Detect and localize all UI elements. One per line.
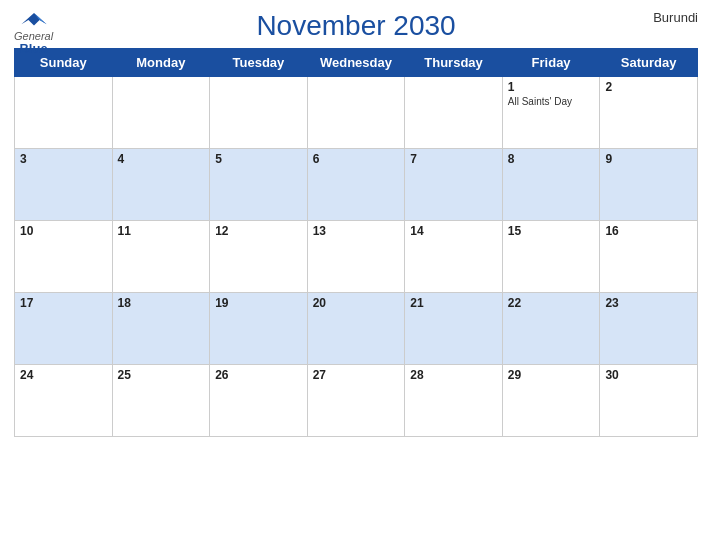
country-label: Burundi: [653, 10, 698, 25]
calendar-cell: 8: [502, 149, 600, 221]
calendar-cell: 16: [600, 221, 698, 293]
calendar-cell: 2: [600, 77, 698, 149]
date-number: 26: [215, 368, 302, 382]
date-number: 10: [20, 224, 107, 238]
calendar-cell: 1All Saints' Day: [502, 77, 600, 149]
logo-bird-icon: [20, 10, 48, 30]
calendar-cell: 27: [307, 365, 405, 437]
day-header-monday: Monday: [112, 49, 210, 77]
calendar-cell: 17: [15, 293, 113, 365]
calendar-cell: 14: [405, 221, 503, 293]
date-number: 29: [508, 368, 595, 382]
week-row-5: 24252627282930: [15, 365, 698, 437]
date-number: 15: [508, 224, 595, 238]
calendar-cell: 26: [210, 365, 308, 437]
date-number: 27: [313, 368, 400, 382]
day-header-tuesday: Tuesday: [210, 49, 308, 77]
date-number: 16: [605, 224, 692, 238]
date-number: 30: [605, 368, 692, 382]
date-number: 19: [215, 296, 302, 310]
calendar-cell: 29: [502, 365, 600, 437]
date-number: 5: [215, 152, 302, 166]
calendar-cell: 15: [502, 221, 600, 293]
calendar-cell: 9: [600, 149, 698, 221]
date-number: 6: [313, 152, 400, 166]
week-row-4: 17181920212223: [15, 293, 698, 365]
holiday-label: All Saints' Day: [508, 96, 595, 107]
calendar-cell: 11: [112, 221, 210, 293]
week-row-2: 3456789: [15, 149, 698, 221]
calendar-cell: 7: [405, 149, 503, 221]
calendar-cell: 6: [307, 149, 405, 221]
calendar-cell: [210, 77, 308, 149]
calendar-cell: 20: [307, 293, 405, 365]
date-number: 3: [20, 152, 107, 166]
day-header-saturday: Saturday: [600, 49, 698, 77]
svg-marker-0: [21, 13, 46, 26]
week-row-1: 1All Saints' Day2: [15, 77, 698, 149]
date-number: 8: [508, 152, 595, 166]
calendar-cell: 19: [210, 293, 308, 365]
calendar-cell: 25: [112, 365, 210, 437]
date-number: 24: [20, 368, 107, 382]
date-number: 9: [605, 152, 692, 166]
date-number: 13: [313, 224, 400, 238]
calendar-cell: 28: [405, 365, 503, 437]
date-number: 12: [215, 224, 302, 238]
date-number: 18: [118, 296, 205, 310]
day-headers-row: Sunday Monday Tuesday Wednesday Thursday…: [15, 49, 698, 77]
calendar-cell: 23: [600, 293, 698, 365]
date-number: 7: [410, 152, 497, 166]
calendar-cell: 3: [15, 149, 113, 221]
week-row-3: 10111213141516: [15, 221, 698, 293]
calendar-cell: 5: [210, 149, 308, 221]
date-number: 2: [605, 80, 692, 94]
calendar-cell: 4: [112, 149, 210, 221]
date-number: 25: [118, 368, 205, 382]
date-number: 23: [605, 296, 692, 310]
calendar-cell: [112, 77, 210, 149]
calendar-cell: [307, 77, 405, 149]
calendar-header: General Blue November 2030 Burundi: [14, 10, 698, 42]
calendar-table: Sunday Monday Tuesday Wednesday Thursday…: [14, 48, 698, 437]
calendar-cell: [405, 77, 503, 149]
calendar-cell: 30: [600, 365, 698, 437]
calendar-cell: 10: [15, 221, 113, 293]
date-number: 28: [410, 368, 497, 382]
date-number: 22: [508, 296, 595, 310]
date-number: 17: [20, 296, 107, 310]
month-title: November 2030: [256, 10, 455, 42]
calendar-cell: [15, 77, 113, 149]
logo-area: General Blue: [14, 10, 53, 56]
date-number: 4: [118, 152, 205, 166]
logo-blue-text: Blue: [19, 42, 47, 56]
day-header-wednesday: Wednesday: [307, 49, 405, 77]
date-number: 14: [410, 224, 497, 238]
date-number: 1: [508, 80, 595, 94]
calendar-cell: 13: [307, 221, 405, 293]
date-number: 20: [313, 296, 400, 310]
calendar-cell: 24: [15, 365, 113, 437]
day-header-thursday: Thursday: [405, 49, 503, 77]
date-number: 21: [410, 296, 497, 310]
calendar-cell: 22: [502, 293, 600, 365]
calendar-cell: 18: [112, 293, 210, 365]
day-header-friday: Friday: [502, 49, 600, 77]
date-number: 11: [118, 224, 205, 238]
calendar-cell: 21: [405, 293, 503, 365]
calendar-container: General Blue November 2030 Burundi Sunda…: [0, 0, 712, 550]
calendar-cell: 12: [210, 221, 308, 293]
